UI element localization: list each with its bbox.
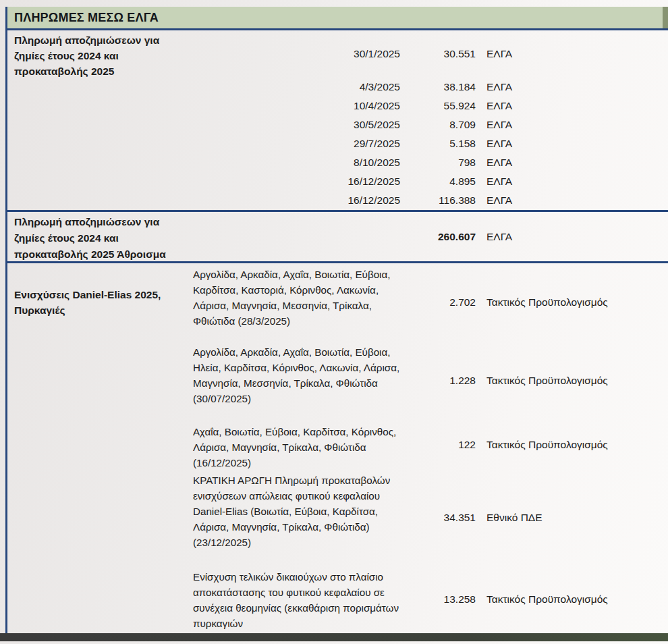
source-cell: ΕΛΓΑ xyxy=(476,30,668,78)
date-cell: 16/12/2025 xyxy=(192,191,408,210)
row-label-cell: Πληρωμή αποζημιώσεων για ζημίες έτους 20… xyxy=(7,30,192,78)
amount-cell: 13.258 xyxy=(408,566,476,633)
table-row: Πληρωμή αποζημιώσεων για ζημίες έτους 20… xyxy=(7,30,668,78)
amount-cell: 38.184 xyxy=(408,78,476,97)
detail-cell: Ενίσχυση τελικών δικαιούχων στο πλαίσιο … xyxy=(192,566,408,633)
table-row: 16/12/2025 4.895 ΕΛΓΑ xyxy=(7,172,668,191)
total-source-cell: ΕΛΓΑ xyxy=(476,212,668,261)
source-cell: ΕΛΓΑ xyxy=(476,134,668,153)
aid-label-cell: Ενισχύσεις Daniel-Elias 2025, Πυρκαγιές xyxy=(7,263,192,341)
amount-cell: 8.709 xyxy=(408,115,476,134)
aid-label-line: Πυρκαγιές xyxy=(14,302,192,318)
source-cell: Τακτικός Προϋπολογισμός xyxy=(476,263,668,341)
source-cell: ΕΛΓΑ xyxy=(476,153,668,172)
date-cell: 30/5/2025 xyxy=(192,115,408,134)
table-row: 4/3/2025 38.184 ΕΛΓΑ xyxy=(7,78,668,97)
source-cell: ΕΛΓΑ xyxy=(476,172,668,191)
source-cell: ΕΛΓΑ xyxy=(476,191,668,210)
detail-cell: Αργολίδα, Αρκαδία, Αχαΐα, Βοιωτία, Εύβοι… xyxy=(192,263,408,341)
source-cell: Τακτικός Προϋπολογισμός xyxy=(476,421,668,469)
table-row: 30/5/2025 8.709 ΕΛΓΑ xyxy=(7,115,668,134)
amount-cell: 122 xyxy=(408,421,476,469)
source-cell: Τακτικός Προϋπολογισμός xyxy=(476,341,668,421)
table-row: Ενισχύσεις Daniel-Elias 2025, Πυρκαγιές … xyxy=(7,263,668,341)
total-label-cell: Πληρωμή αποζημιώσεων για ζημίες έτους 20… xyxy=(7,212,192,261)
source-cell: ΕΛΓΑ xyxy=(476,97,668,115)
table-frame: ΠΛΗΡΩΜΕΣ ΜΕΣΩ ΕΛΓΑ Πληρωμή αποζημιώσεων … xyxy=(5,7,668,633)
table-row: Αχαΐα, Βοιωτία, Εύβοια, Καρδίτσα, Κόρινθ… xyxy=(7,421,668,469)
table-row: Αργολίδα, Αρκαδία, Αχαΐα, Βοιωτία, Εύβοι… xyxy=(7,341,668,421)
source-cell: ΕΛΓΑ xyxy=(476,115,668,134)
total-label-line: ζημίες έτους 2024 και xyxy=(14,230,192,246)
amount-cell: 116.388 xyxy=(408,191,476,210)
bottom-divider-band xyxy=(0,633,668,641)
row-label-line: Πληρωμή αποζημιώσεων για xyxy=(14,32,192,48)
table-row: 29/7/2025 5.158 ΕΛΓΑ xyxy=(7,134,668,153)
total-label-line: προκαταβολής 2025 Άθροισμα xyxy=(14,246,192,263)
spreadsheet-view: ΠΛΗΡΩΜΕΣ ΜΕΣΩ ΕΛΓΑ Πληρωμή αποζημιώσεων … xyxy=(0,0,668,644)
header-right-cap xyxy=(663,7,668,28)
total-amount-cell: 260.607 xyxy=(408,212,476,261)
table-row: ΚΡΑΤΙΚΗ ΑΡΩΓΗ Πληρωμή προκαταβολών ενισχ… xyxy=(7,469,668,566)
detail-cell: ΚΡΑΤΙΚΗ ΑΡΩΓΗ Πληρωμή προκαταβολών ενισχ… xyxy=(192,469,408,566)
date-cell: 10/4/2025 xyxy=(192,97,408,115)
table-row: 8/10/2025 798 ΕΛΓΑ xyxy=(7,153,668,172)
date-cell: 8/10/2025 xyxy=(192,153,408,172)
detail-cell: Αχαΐα, Βοιωτία, Εύβοια, Καρδίτσα, Κόρινθ… xyxy=(192,421,408,469)
aid-label-line: Ενισχύσεις Daniel-Elias 2025, xyxy=(14,287,192,302)
amount-cell: 798 xyxy=(408,153,476,172)
row-label-line: ζημίες έτους 2024 και xyxy=(14,48,192,63)
amount-cell: 34.351 xyxy=(408,469,476,566)
detail-cell: Αργολίδα, Αρκαδία, Αχαΐα, Βοιωτία, Εύβοι… xyxy=(192,341,408,421)
amount-cell: 5.158 xyxy=(408,134,476,153)
section-title: ΠΛΗΡΩΜΕΣ ΜΕΣΩ ΕΛΓΑ xyxy=(14,11,159,25)
total-row: Πληρωμή αποζημιώσεων για ζημίες έτους 20… xyxy=(7,210,668,263)
date-cell: 4/3/2025 xyxy=(192,78,408,97)
amount-cell: 30.551 xyxy=(408,30,476,78)
date-cell: 29/7/2025 xyxy=(192,134,408,153)
date-cell: 16/12/2025 xyxy=(192,172,408,191)
table-row: 10/4/2025 55.924 ΕΛΓΑ xyxy=(7,97,668,115)
table-row: Ενίσχυση τελικών δικαιούχων στο πλαίσιο … xyxy=(7,566,668,633)
source-cell: ΕΛΓΑ xyxy=(476,78,668,97)
table-row: 16/12/2025 116.388 ΕΛΓΑ xyxy=(7,191,668,210)
row-label-line: προκαταβολής 2025 xyxy=(14,63,192,79)
section-header-row: ΠΛΗΡΩΜΕΣ ΜΕΣΩ ΕΛΓΑ xyxy=(7,7,668,30)
amount-cell: 4.895 xyxy=(408,172,476,191)
date-cell: 30/1/2025 xyxy=(192,30,408,78)
total-label-line: Πληρωμή αποζημιώσεων για xyxy=(14,214,192,230)
amount-cell: 55.924 xyxy=(408,97,476,115)
amount-cell: 2.702 xyxy=(408,263,476,341)
source-cell: Τακτικός Προϋπολογισμός xyxy=(476,566,668,633)
amount-cell: 1.228 xyxy=(408,341,476,421)
source-cell: Εθνικό ΠΔΕ xyxy=(476,469,668,566)
